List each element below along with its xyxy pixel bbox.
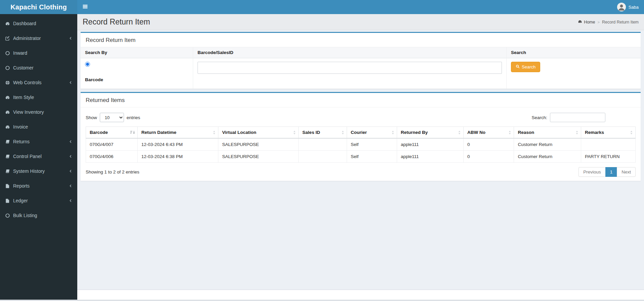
datatable-controls: Show 10 entries Search: bbox=[86, 113, 636, 122]
content-header: Record Return Item Home > Record Return … bbox=[77, 14, 644, 30]
sidebar-item-label: Item Style bbox=[13, 95, 34, 100]
barcode-salesid-input[interactable] bbox=[198, 62, 502, 74]
cell-returned-by: apple111 bbox=[397, 151, 463, 163]
circle-icon bbox=[5, 65, 13, 70]
sidebar-item-dashboard[interactable]: Dashboard bbox=[0, 16, 77, 31]
previous-page-button[interactable]: Previous bbox=[578, 167, 606, 177]
sidebar-item-customer[interactable]: Customer bbox=[0, 60, 77, 75]
search-header: Search bbox=[507, 47, 641, 58]
gauge-icon bbox=[5, 21, 13, 26]
user-name: Saba bbox=[629, 5, 639, 10]
returned-items-body: Show 10 entries Search: BarcodeReturn Da… bbox=[81, 107, 641, 181]
barcode-radio[interactable] bbox=[85, 62, 90, 67]
sidebar-item-bulk-listing[interactable]: Bulk Listing bbox=[0, 208, 77, 223]
sidebar-item-administrator[interactable]: Administrator bbox=[0, 31, 77, 46]
next-page-button[interactable]: Next bbox=[617, 167, 636, 177]
entries-label: entries bbox=[127, 115, 140, 120]
sidebar-item-label: Invoice bbox=[13, 124, 28, 130]
app-window: Kapachi Clothing Saba DashboardAdministr… bbox=[0, 0, 644, 301]
column-header-sales-id[interactable]: Sales ID bbox=[299, 127, 347, 139]
column-header-courier[interactable]: Courier bbox=[347, 127, 397, 139]
record-return-item-panel: Record Return Item Search By Barcode/Sal… bbox=[81, 32, 641, 89]
breadcrumb: Home > Record Return Item bbox=[578, 19, 639, 25]
page-size-select[interactable]: 10 bbox=[100, 113, 124, 122]
sidebar-item-label: View Inventory bbox=[13, 109, 44, 115]
barcode-radio-label: Barcode bbox=[85, 77, 188, 82]
sort-icon bbox=[213, 130, 216, 135]
chevron-left-icon bbox=[69, 169, 72, 173]
sidebar-item-item-style[interactable]: Item Style bbox=[0, 90, 77, 105]
page-footer bbox=[77, 290, 644, 300]
returned-items-title: Returned Items bbox=[81, 93, 641, 107]
sidebar: DashboardAdministratorInwardCustomerWeb … bbox=[0, 14, 77, 300]
sidebar-item-label: Returns bbox=[13, 139, 30, 144]
column-header-barcode[interactable]: Barcode bbox=[86, 127, 138, 139]
sidebar-item-label: Dashboard bbox=[13, 21, 36, 26]
hamburger-icon bbox=[82, 4, 88, 11]
top-navbar: Kapachi Clothing Saba bbox=[0, 0, 644, 14]
user-menu[interactable]: Saba bbox=[612, 0, 644, 14]
sort-icon bbox=[630, 130, 633, 135]
sidebar-item-ledger[interactable]: Ledger bbox=[0, 193, 77, 208]
sidebar-item-reports[interactable]: Reports bbox=[0, 179, 77, 193]
cell-remarks: PARTY RETURN bbox=[581, 151, 635, 163]
sidebar-item-label: Administrator bbox=[13, 36, 41, 41]
cell-abw-no: 0 bbox=[463, 138, 514, 151]
sort-icon bbox=[293, 130, 296, 135]
cell-reason: Customer Return bbox=[514, 138, 581, 151]
search-by-cell: Barcode bbox=[81, 58, 193, 89]
table-search-control: Search: bbox=[531, 113, 605, 122]
panel-title: Record Return Item bbox=[81, 33, 641, 47]
content-area: Record Return Item Home > Record Return … bbox=[77, 14, 644, 300]
cell-sales-id bbox=[299, 151, 347, 163]
sidebar-item-label: Customer bbox=[13, 65, 34, 70]
sidebar-item-label: System History bbox=[13, 168, 45, 174]
sidebar-toggle-button[interactable] bbox=[77, 0, 93, 14]
column-header-returned-by[interactable]: Returned By bbox=[397, 127, 463, 139]
sidebar-item-label: Web Controls bbox=[13, 80, 42, 85]
app-logo[interactable]: Kapachi Clothing bbox=[0, 0, 77, 14]
sort-icon bbox=[391, 130, 394, 135]
sidebar-item-label: Control Panel bbox=[13, 154, 42, 159]
column-header-return-datetime[interactable]: Return Datetime bbox=[137, 127, 218, 139]
sidebar-item-inward[interactable]: Inward bbox=[0, 46, 77, 60]
sidebar-item-control-panel[interactable]: Control Panel bbox=[0, 149, 77, 164]
cell-courier: Self bbox=[347, 138, 397, 151]
sort-icon bbox=[575, 130, 578, 135]
gauge-icon bbox=[5, 95, 13, 100]
column-header-virtual-location[interactable]: Virtual Location bbox=[218, 127, 299, 139]
table-body: 070G/4/00712-03-2024 6:43 PMSALESPURPOSE… bbox=[86, 138, 636, 163]
sidebar-item-invoice[interactable]: Invoice bbox=[0, 119, 77, 134]
column-header-remarks[interactable]: Remarks bbox=[581, 127, 635, 139]
search-button[interactable]: Search bbox=[511, 62, 540, 72]
sidebar-item-returns[interactable]: Returns bbox=[0, 134, 77, 149]
breadcrumb-current: Record Return Item bbox=[602, 20, 639, 24]
search-form: Search By Barcode/SalesID Search Barcode… bbox=[81, 47, 641, 89]
chevron-left-icon bbox=[69, 37, 72, 40]
sidebar-item-system-history[interactable]: System History bbox=[0, 164, 77, 179]
sidebar-item-label: Bulk Listing bbox=[13, 213, 37, 218]
cell-return-datetime: 12-03-2024 6:43 PM bbox=[137, 138, 218, 151]
column-header-reason[interactable]: Reason bbox=[514, 127, 581, 139]
sidebar-item-view-inventory[interactable]: View Inventory bbox=[0, 105, 77, 119]
page-1-button[interactable]: 1 bbox=[605, 167, 617, 177]
main-wrapper: DashboardAdministratorInwardCustomerWeb … bbox=[0, 14, 644, 300]
bottom-strip bbox=[0, 300, 644, 301]
column-header-abw-no[interactable]: ABW No bbox=[463, 127, 514, 139]
chevron-left-icon bbox=[69, 184, 72, 188]
table-search-label: Search: bbox=[531, 115, 547, 120]
returned-items-panel: Returned Items Show 10 entries Search: bbox=[81, 92, 641, 181]
home-icon bbox=[578, 19, 582, 25]
cell-return-datetime: 12-03-2024 6:38 PM bbox=[137, 151, 218, 163]
table-row: 070G/4/00712-03-2024 6:43 PMSALESPURPOSE… bbox=[86, 138, 636, 151]
gauge-icon bbox=[5, 124, 13, 130]
search-cell: Search bbox=[507, 58, 641, 89]
breadcrumb-home-link[interactable]: Home bbox=[578, 19, 595, 25]
show-label: Show bbox=[86, 115, 97, 120]
avatar bbox=[617, 3, 626, 11]
file-icon bbox=[5, 184, 13, 189]
sidebar-item-web-controls[interactable]: Web Controls bbox=[0, 75, 77, 90]
chevron-left-icon bbox=[69, 81, 72, 84]
content-filler bbox=[77, 181, 644, 290]
table-search-input[interactable] bbox=[550, 113, 605, 122]
